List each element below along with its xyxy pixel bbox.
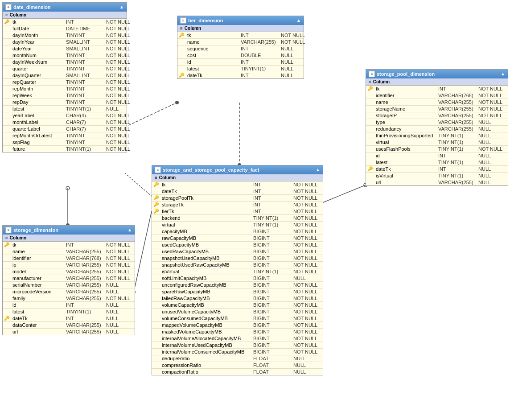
column-name: repMonthOrLatest xyxy=(11,133,64,138)
column-icon: ≡ xyxy=(180,26,183,31)
svg-line-10 xyxy=(321,185,366,203)
column-type: VARCHAR(255) xyxy=(64,296,104,301)
table-row: 🔑dateTkINTNULL xyxy=(366,166,508,173)
column-nullable: NOT NULL xyxy=(292,282,323,288)
column-nullable: NOT NULL xyxy=(477,93,508,98)
table-row: repMonthOrLatestTINYINTNOT NULL xyxy=(3,132,127,139)
column-nullable: NOT NULL xyxy=(279,33,310,38)
empty-icon xyxy=(152,349,160,354)
tier-dimension-header[interactable]: ≡ tier_dimension ▲ xyxy=(177,16,304,25)
storage-pool-dimension-header[interactable]: ≡ storage_pool_dimension ▲ xyxy=(366,70,508,78)
date-dimension-header[interactable]: ≡ date_dimension ▲ xyxy=(3,3,127,12)
table-row: idINTNULL xyxy=(366,152,508,159)
column-type: BIGINT xyxy=(251,289,292,294)
table-row: failedRawCapacityMBBIGINTNOT NULL xyxy=(152,295,323,302)
column-nullable: NOT NULL xyxy=(477,146,508,152)
column-nullable: NOT NULL xyxy=(292,195,323,201)
column-name: monthLabel xyxy=(11,119,64,125)
resize-handle[interactable]: ▲ xyxy=(119,4,124,9)
empty-icon xyxy=(152,296,160,301)
empty-icon xyxy=(3,146,11,152)
table-row: storageIPVARCHAR(255)NOT NULL xyxy=(366,112,508,119)
table-row: 🔑storagePoolTkINTNOT NULL xyxy=(152,195,323,202)
column-type: BIGINT xyxy=(251,255,292,261)
storage-dimension-header[interactable]: ≡ storage_dimension ▲ xyxy=(3,226,135,235)
resize-handle[interactable]: ▲ xyxy=(296,18,301,23)
empty-icon xyxy=(3,269,11,274)
column-type: BIGINT xyxy=(251,342,292,348)
column-type: BIGINT xyxy=(251,336,292,341)
empty-icon xyxy=(152,289,160,294)
column-nullable: NOT NULL xyxy=(292,189,323,194)
column-type: DOUBLE xyxy=(239,53,279,58)
date-dimension-rows: 🔑tkINTNOT NULLfullDateDATETIMENOT NULLda… xyxy=(3,19,127,152)
column-name: quarter xyxy=(11,66,64,71)
column-nullable: NULL xyxy=(477,160,508,165)
column-name: tk xyxy=(185,33,239,38)
column-nullable: NOT NULL xyxy=(104,262,136,268)
column-name: internalVolumeAllocatedCapacityMB xyxy=(160,336,251,341)
column-name: usesFlashPools xyxy=(374,146,436,152)
table-row: idINTNULL xyxy=(177,59,304,66)
column-name: softLimitCapacityMB xyxy=(160,276,251,281)
empty-icon xyxy=(3,73,11,78)
column-type: VARCHAR(255) xyxy=(436,99,477,105)
table-row: identifierVARCHAR(768)NOT NULL xyxy=(366,92,508,99)
column-nullable: NOT NULL xyxy=(104,53,136,58)
column-type: BIGINT xyxy=(251,276,292,281)
column-nullable: NOT NULL xyxy=(292,262,323,268)
resize-handle[interactable]: ▲ xyxy=(128,227,132,232)
column-nullable: NULL xyxy=(279,66,310,71)
column-type: INT xyxy=(251,209,292,214)
column-type: DATETIME xyxy=(64,26,104,31)
table-row: latestTINYINT(1)NULL xyxy=(3,309,135,315)
column-name: name xyxy=(374,99,436,105)
table-row: sspFlagTINYINTNOT NULL xyxy=(3,139,127,146)
table-row: internalVolumeConsumedCapacityMBBIGINTNO… xyxy=(152,349,323,355)
column-type: TINYINT xyxy=(64,140,104,145)
column-nullable: NOT NULL xyxy=(292,222,323,227)
column-name: backend xyxy=(160,215,251,221)
column-nullable: NOT NULL xyxy=(104,19,136,25)
column-type: BIGINT xyxy=(251,349,292,354)
table-row: urlVARCHAR(255)NULL xyxy=(366,179,508,185)
column-name: url xyxy=(11,329,64,334)
column-name: thinProvisioningSupported xyxy=(374,133,436,138)
empty-icon xyxy=(3,276,11,281)
column-nullable: NOT NULL xyxy=(292,255,323,261)
column-name: snapshotUsedCapacityMB xyxy=(160,255,251,261)
resize-handle[interactable]: ▲ xyxy=(501,71,505,76)
table-row: snapshotUsedRawCapacityMBBIGINTNOT NULL xyxy=(152,262,323,268)
column-type: INT xyxy=(64,316,104,321)
column-nullable: NOT NULL xyxy=(292,336,323,341)
column-name: isVirtual xyxy=(160,269,251,274)
empty-icon xyxy=(366,93,374,98)
column-name: type xyxy=(374,119,436,125)
fact-table: ≡ storage_and_storage_pool_capacity_fact… xyxy=(152,165,323,375)
fact-table-header[interactable]: ≡ storage_and_storage_pool_capacity_fact… xyxy=(152,165,323,174)
empty-icon xyxy=(3,322,11,328)
column-type: INT xyxy=(251,202,292,207)
table-row: quarterLabelCHAR(7)NOT NULL xyxy=(3,126,127,132)
table-row: typeVARCHAR(255)NULL xyxy=(366,119,508,126)
table-row: repDayTINYINTNOT NULL xyxy=(3,99,127,106)
empty-icon xyxy=(152,369,160,375)
table-row: 🔑tkINTNOT NULL xyxy=(3,19,127,25)
column-nullable: NOT NULL xyxy=(477,86,508,91)
column-name: storageIP xyxy=(374,113,436,118)
column-type: TINYINT xyxy=(64,79,104,85)
column-nullable: NOT NULL xyxy=(104,126,136,132)
column-name: dateTk xyxy=(185,73,239,78)
column-nullable: NOT NULL xyxy=(292,182,323,187)
column-nullable: NOT NULL xyxy=(292,309,323,314)
svg-point-2 xyxy=(175,101,179,104)
storage-dimension-rows: 🔑tkINTNOT NULLnameVARCHAR(255)NOT NULLid… xyxy=(3,242,135,335)
column-name: id xyxy=(11,302,64,308)
table-row: isVirtualTINYINT(1)NULL xyxy=(366,173,508,179)
table-row: manufacturerVARCHAR(255)NOT NULL xyxy=(3,275,135,282)
column-subheader: ≡ Column xyxy=(366,78,508,86)
column-name: dedupeRatio xyxy=(160,356,251,361)
column-type: BIGINT xyxy=(251,329,292,334)
column-name: monthNum xyxy=(11,53,64,58)
resize-handle[interactable]: ▲ xyxy=(316,167,320,172)
